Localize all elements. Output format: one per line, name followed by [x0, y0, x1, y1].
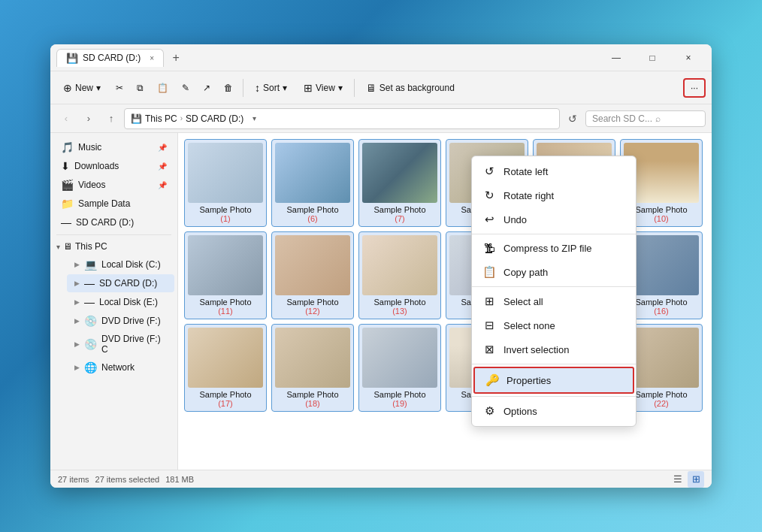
cm-item-rotate-right[interactable]: ↻ Rotate right	[472, 183, 636, 207]
minimize-button[interactable]: —	[599, 46, 633, 70]
path-dropdown-icon[interactable]: ▾	[246, 111, 262, 126]
tab-close-button[interactable]: ×	[150, 54, 154, 62]
grid-view-button[interactable]: ⊞	[688, 471, 704, 488]
list-view-button[interactable]: ☰	[670, 471, 686, 488]
total-size: 181 MB	[165, 475, 194, 484]
sidebar-label-videos: Videos	[78, 180, 153, 190]
rename-button[interactable]: ✎	[177, 79, 195, 97]
sidebar-item-sdcard[interactable]: ▶ — SD CARD (D:)	[67, 274, 174, 292]
sidebar-item-videos[interactable]: 🎬 Videos 📌	[53, 176, 174, 194]
paste-icon: 📋	[157, 83, 168, 93]
paste-button[interactable]: 📋	[152, 79, 174, 97]
pin-icon-downloads: 📌	[158, 162, 167, 171]
file-label-9: Sample Photo(13)	[373, 298, 425, 316]
thumbnail-img-13	[188, 328, 263, 388]
path-drive-icon: 💾	[131, 113, 142, 124]
file-label-14: Sample Photo(18)	[286, 390, 338, 408]
file-thumb-7[interactable]: Sample Photo(11)	[184, 231, 267, 319]
back-button[interactable]: ‹	[56, 109, 76, 128]
search-box[interactable]: Search SD C... ⌕	[585, 110, 706, 127]
file-thumb-2[interactable]: Sample Photo(6)	[271, 139, 354, 227]
sort-label: Sort	[263, 83, 280, 93]
forward-button[interactable]: ›	[79, 109, 98, 128]
cm-item-undo[interactable]: ↩ Undo	[472, 207, 636, 231]
new-label: New	[75, 83, 93, 93]
thumbnail-img-15	[362, 328, 437, 388]
up-button[interactable]: ↑	[101, 109, 121, 128]
address-path[interactable]: 💾 This PC › SD CARD (D:) ▾	[124, 108, 560, 129]
sidebar-label-sampledata: Sample Data	[78, 198, 167, 209]
new-tab-button[interactable]: +	[167, 49, 185, 67]
maximize-button[interactable]: □	[635, 46, 670, 70]
sidebar-item-dvdfc[interactable]: ▶ 💿 DVD Drive (F:) C	[67, 331, 174, 358]
cm-item-copy-path[interactable]: 📋 Copy path	[472, 260, 636, 284]
cm-item-properties[interactable]: 🔑 Properties	[473, 367, 634, 394]
sidebar-label-sdcard-quick: SD CARD (D:)	[76, 217, 167, 228]
status-bar: 27 items 27 items selected 181 MB ☰ ⊞	[50, 470, 712, 488]
sidebar: 🎵 Music 📌 ⬇ Downloads 📌 🎬 Videos 📌 📁 Sam	[50, 133, 178, 470]
copy-icon: ⧉	[137, 83, 144, 93]
close-button[interactable]: ×	[671, 46, 706, 70]
tab-sdcard[interactable]: 💾 SD CARD (D:) ×	[56, 49, 164, 67]
cm-separator-6	[472, 286, 636, 287]
title-bar: 💾 SD CARD (D:) × + — □ ×	[50, 44, 712, 71]
cm-item-invert-selection[interactable]: ⊠ Invert selection	[472, 337, 636, 361]
file-thumb-13[interactable]: Sample Photo(17)	[184, 324, 267, 412]
more-options-button[interactable]: ···	[683, 78, 706, 98]
trash-icon: 🗑	[224, 83, 233, 93]
sidebar-item-sdcard-quick[interactable]: — SD CARD (D:)	[53, 213, 174, 231]
cm-label-undo: Undo	[503, 214, 527, 225]
view-label: View	[316, 83, 335, 93]
cm-item-options[interactable]: ⚙ Options	[472, 399, 636, 423]
view-dropdown-icon: ▾	[338, 83, 343, 93]
locale-expand-icon: ▶	[74, 298, 80, 306]
copy-button[interactable]: ⧉	[132, 79, 149, 97]
search-placeholder: Search SD C...	[592, 113, 652, 124]
tab-title: SD CARD (D:)	[83, 53, 141, 63]
path-arrow-1: ›	[180, 114, 183, 122]
cm-label-invert-selection: Invert selection	[503, 344, 569, 355]
file-label-12: Sample Photo(16)	[635, 298, 687, 316]
sidebar-section-thispc[interactable]: ▾ 🖥 This PC	[50, 238, 177, 255]
tab-list: 💾 SD CARD (D:) × +	[56, 49, 599, 67]
sidebar-item-network[interactable]: ▶ 🌐 Network	[67, 358, 174, 376]
refresh-button[interactable]: ↺	[563, 109, 582, 128]
new-dropdown-icon: ▾	[96, 83, 101, 93]
set-background-button[interactable]: 🖥 Set as background	[359, 78, 461, 98]
sidebar-item-sampledata[interactable]: 📁 Sample Data	[53, 195, 174, 213]
cut-button[interactable]: ✂	[110, 79, 129, 97]
file-label-13: Sample Photo(17)	[199, 390, 251, 408]
share-button[interactable]: ↗	[198, 79, 216, 97]
file-thumb-3[interactable]: Sample Photo(7)	[358, 139, 441, 227]
sidebar-item-locale[interactable]: ▶ — Local Disk (E:)	[67, 293, 174, 311]
cm-label-compress-zip: Compress to ZIP file	[503, 243, 592, 254]
file-thumb-1[interactable]: Sample Photo(1)	[184, 139, 267, 227]
delete-button[interactable]: 🗑	[219, 79, 238, 97]
cm-item-select-none[interactable]: ⊟ Select none	[472, 313, 636, 337]
cm-item-rotate-left[interactable]: ↺ Rotate left	[472, 159, 636, 183]
file-thumb-9[interactable]: Sample Photo(13)	[358, 231, 441, 319]
thispc-label: This PC	[75, 241, 107, 252]
sort-button[interactable]: ↕ Sort ▾	[248, 78, 294, 98]
thumbnail-img-2	[275, 143, 350, 203]
file-label-18: Sample Photo(22)	[635, 390, 687, 408]
sidebar-item-dvdf[interactable]: ▶ 💿 DVD Drive (F:)	[67, 312, 174, 330]
more-icon: ···	[691, 83, 698, 93]
cm-item-select-all[interactable]: ⊞ Select all	[472, 289, 636, 313]
network-expand-icon: ▶	[74, 364, 80, 371]
sidebar-item-music[interactable]: 🎵 Music 📌	[53, 138, 174, 156]
view-button[interactable]: ⊞ View ▾	[297, 78, 349, 98]
sampledata-icon: 📁	[61, 198, 74, 210]
new-button[interactable]: ⊕ New ▾	[56, 78, 107, 98]
path-current: SD CARD (D:)	[186, 113, 243, 124]
sidebar-item-downloads[interactable]: ⬇ Downloads 📌	[53, 157, 174, 175]
dvdf-expand-icon: ▶	[74, 317, 80, 325]
thumbnail-img-1	[188, 143, 263, 203]
file-thumb-15[interactable]: Sample Photo(19)	[358, 324, 441, 412]
cm-item-compress-zip[interactable]: 🗜 Compress to ZIP file	[472, 237, 636, 260]
sidebar-item-localc[interactable]: ▶ 💻 Local Disk (C:)	[67, 255, 174, 274]
cm-separator-10	[472, 364, 636, 364]
file-thumb-8[interactable]: Sample Photo(12)	[271, 231, 354, 319]
file-thumb-14[interactable]: Sample Photo(18)	[271, 324, 354, 412]
cm-icon-compress-zip: 🗜	[482, 242, 496, 255]
